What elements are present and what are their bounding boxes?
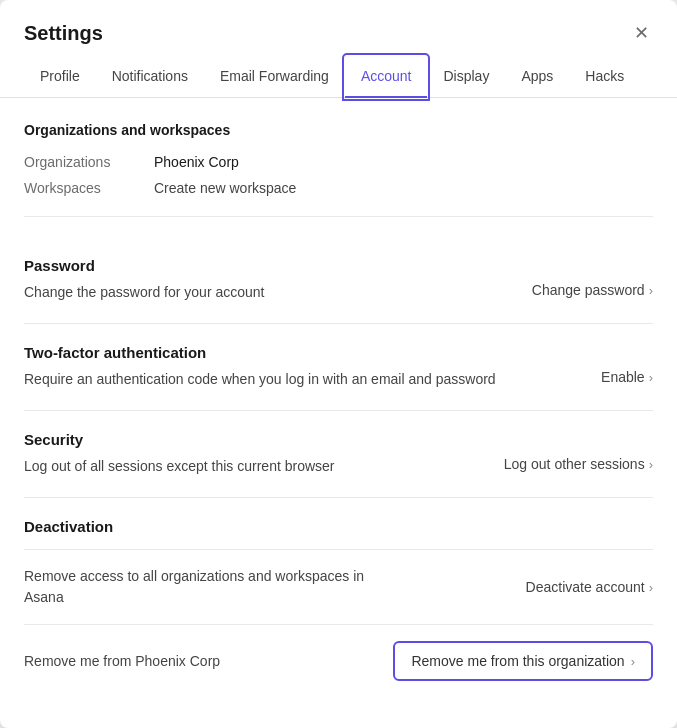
logout-sessions-button[interactable]: Log out other sessions ›: [504, 456, 653, 472]
two-factor-title: Two-factor authentication: [24, 344, 653, 361]
modal-title: Settings: [24, 22, 103, 45]
tab-hacks[interactable]: Hacks: [569, 56, 640, 98]
security-body: Log out of all sessions except this curr…: [24, 456, 653, 477]
chevron-right-icon: ›: [649, 283, 653, 298]
password-body: Change the password for your account Cha…: [24, 282, 653, 303]
enable-2fa-button[interactable]: Enable ›: [601, 369, 653, 385]
close-button[interactable]: ✕: [630, 20, 653, 46]
org-label: Organizations: [24, 154, 154, 170]
workspaces-row: Workspaces Create new workspace: [24, 180, 653, 196]
divider-1: [24, 216, 653, 217]
remove-from-org-row: Remove me from Phoenix Corp Remove me fr…: [24, 624, 653, 697]
password-description: Change the password for your account: [24, 282, 516, 303]
orgs-workspace-section: Organizations and workspaces Organizatio…: [24, 122, 653, 196]
account-content: Organizations and workspaces Organizatio…: [0, 98, 677, 728]
deactivation-section: Deactivation Remove access to all organi…: [24, 498, 653, 697]
organizations-row: Organizations Phoenix Corp: [24, 154, 653, 170]
tab-account[interactable]: Account: [345, 56, 428, 98]
remove-from-org-description: Remove me from Phoenix Corp: [24, 651, 393, 672]
tab-apps[interactable]: Apps: [505, 56, 569, 98]
chevron-right-icon: ›: [649, 457, 653, 472]
workspace-label: Workspaces: [24, 180, 154, 196]
modal-header: Settings ✕: [0, 0, 677, 46]
security-description: Log out of all sessions except this curr…: [24, 456, 488, 477]
two-factor-body: Require an authentication code when you …: [24, 369, 653, 390]
password-title: Password: [24, 257, 653, 274]
chevron-right-icon: ›: [631, 654, 635, 669]
change-password-button[interactable]: Change password ›: [532, 282, 653, 298]
tab-profile[interactable]: Profile: [24, 56, 96, 98]
two-factor-description: Require an authentication code when you …: [24, 369, 585, 390]
org-value: Phoenix Corp: [154, 154, 239, 170]
deactivate-account-description: Remove access to all organizations and w…: [24, 566, 394, 608]
tabs-bar: Profile Notifications Email Forwarding A…: [0, 56, 677, 98]
tab-display[interactable]: Display: [427, 56, 505, 98]
settings-modal: Settings ✕ Profile Notifications Email F…: [0, 0, 677, 728]
two-factor-section: Two-factor authentication Require an aut…: [24, 324, 653, 411]
create-workspace-link[interactable]: Create new workspace: [154, 180, 296, 196]
security-section: Security Log out of all sessions except …: [24, 411, 653, 498]
remove-from-org-button[interactable]: Remove me from this organization ›: [393, 641, 653, 681]
tab-notifications[interactable]: Notifications: [96, 56, 204, 98]
password-section: Password Change the password for your ac…: [24, 237, 653, 324]
deactivate-account-button[interactable]: Deactivate account ›: [526, 579, 653, 595]
deactivate-account-row: Remove access to all organizations and w…: [24, 549, 653, 624]
orgs-section-title: Organizations and workspaces: [24, 122, 653, 138]
security-title: Security: [24, 431, 653, 448]
deactivation-title: Deactivation: [24, 518, 653, 535]
tab-email-forwarding[interactable]: Email Forwarding: [204, 56, 345, 98]
chevron-right-icon: ›: [649, 580, 653, 595]
chevron-right-icon: ›: [649, 370, 653, 385]
